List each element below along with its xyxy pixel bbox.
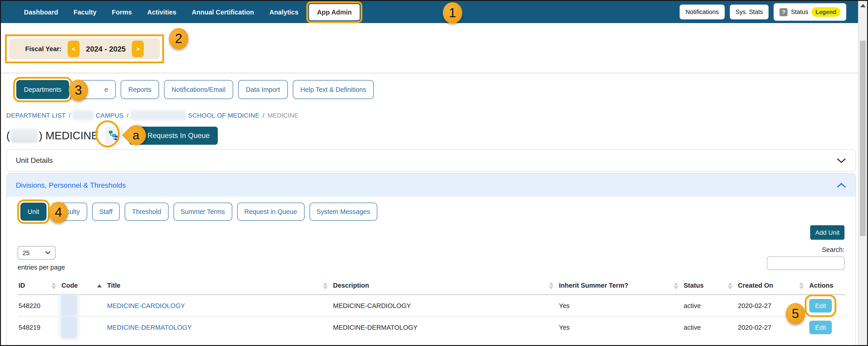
column-header-created-on[interactable]: Created On [737, 277, 808, 295]
scrollbar-thumb[interactable] [860, 41, 866, 236]
sort-icon[interactable] [728, 282, 733, 289]
table-row: 548220 MEDICINE-CARDIOLOGY MEDICINE-CARD… [18, 295, 845, 316]
nav-item-forms[interactable]: Forms [104, 8, 140, 16]
units-table: ID Code Title Description [18, 277, 845, 338]
org-tree-icon[interactable] [105, 127, 123, 145]
breadcrumb-separator: / [262, 112, 264, 119]
sort-icon[interactable] [674, 282, 678, 289]
org-tree-glyph [108, 130, 119, 141]
sort-icon[interactable] [799, 282, 804, 289]
redacted-campus-name [74, 111, 93, 119]
column-label: Inherit Summer Term? [559, 282, 628, 289]
page-size-select[interactable]: 25 [18, 246, 56, 260]
department-title-row: ( ) MEDICINE All Requests In Queue [6, 125, 218, 147]
tab-notifications-email[interactable]: Notifications/Email [164, 80, 234, 99]
breadcrumb: DEPARTMENT LIST / CAMPUS / SCHOOL OF MED… [6, 111, 299, 119]
add-unit-button[interactable]: Add Unit [810, 225, 844, 240]
nav-item-dashboard[interactable]: Dashboard [16, 8, 66, 16]
entries-per-page-label: entries per page [18, 264, 65, 271]
column-label: Status [684, 282, 704, 289]
legend-badge[interactable]: Legend [811, 7, 840, 17]
app-window: Dashboard Faculty Forms Activities Annua… [0, 0, 868, 346]
cell-description: MEDICINE-CARDIOLOGY [332, 295, 558, 316]
search-label: Search: [822, 246, 844, 253]
nav-item-activities[interactable]: Activities [140, 8, 184, 16]
cell-description: MEDICINE-DERMATOLOGY [332, 316, 558, 338]
subtab-system-messages[interactable]: System Messages [309, 203, 377, 221]
breadcrumb-school-of-medicine[interactable]: SCHOOL OF MEDICINE [188, 112, 259, 119]
status-button[interactable]: ? Status Legend [774, 3, 846, 21]
page-size-control: 25 entries per page [18, 246, 65, 271]
sort-icon[interactable] [52, 282, 56, 289]
chevron-up-icon [836, 182, 846, 188]
tab-help-text-definitions[interactable]: Help Text & Definitions [293, 80, 374, 99]
nav-item-app-admin[interactable]: App Admin [309, 4, 360, 20]
column-label: Description [333, 282, 369, 289]
subtab-unit[interactable]: Unit [20, 203, 46, 221]
search-control: Search: [767, 246, 844, 271]
annotation-box-fiscal-year: Fiscal Year: < 2024 - 2025 > [5, 34, 164, 63]
unit-title-link[interactable]: MEDICINE-DERMATOLOGY [107, 324, 192, 331]
tab-reports[interactable]: Reports [121, 80, 159, 99]
nav-item-analytics[interactable]: Analytics [261, 8, 306, 16]
tab-departments[interactable]: Departments [16, 80, 69, 99]
cell-inherit-summer-term: Yes [558, 295, 683, 316]
sort-icon[interactable] [549, 282, 554, 289]
cell-status: active [683, 316, 737, 338]
column-header-code[interactable]: Code [61, 277, 106, 295]
divisions-title: Divisions, Personnel & Thresholds [16, 181, 126, 189]
vertical-scrollbar[interactable] [858, 1, 867, 345]
column-header-id[interactable]: ID [18, 277, 61, 295]
page-size-value: 25 [23, 249, 30, 256]
subtab-summer-terms[interactable]: Summer Terms [173, 203, 232, 221]
nav-item-annual-certification[interactable]: Annual Certification [184, 8, 262, 16]
tab-data-import[interactable]: Data Import [238, 80, 288, 99]
fiscal-year-label: Fiscal Year: [25, 45, 62, 53]
fiscal-year-value: 2024 - 2025 [86, 45, 126, 53]
notifications-button[interactable]: Notifications [680, 4, 724, 20]
breadcrumb-department-list[interactable]: DEPARTMENT LIST [6, 112, 66, 119]
fiscal-year-next-button[interactable]: > [132, 41, 144, 57]
cell-actions: Edit [808, 316, 845, 338]
nav-item-faculty[interactable]: Faculty [66, 8, 104, 16]
table-header-row: ID Code Title Description [18, 277, 845, 295]
unit-title-link[interactable]: MEDICINE-CARDIOLOGY [107, 302, 185, 309]
edit-button[interactable]: Edit [809, 321, 832, 334]
fiscal-year-prev-button[interactable]: < [68, 41, 80, 57]
breadcrumb-campus[interactable]: CAMPUS [96, 112, 124, 119]
requests-in-queue-button[interactable]: All Requests In Queue [129, 127, 218, 145]
unit-details-title: Unit Details [16, 156, 53, 165]
sys-stats-button[interactable]: Sys. Stats [730, 4, 769, 20]
tab-partially-hidden[interactable]: e [74, 80, 116, 99]
cell-code [61, 316, 106, 338]
divisions-accordion[interactable]: Divisions, Personnel & Thresholds [7, 174, 855, 197]
search-input[interactable] [767, 256, 844, 270]
help-icon: ? [780, 8, 788, 16]
division-subtabs-row: Unit Faculty Staff Threshold Summer Term… [20, 203, 855, 221]
fiscal-year-section: Fiscal Year: < 2024 - 2025 > [1, 23, 860, 73]
column-header-title[interactable]: Title [106, 277, 332, 295]
column-label: Actions [809, 282, 833, 289]
breadcrumb-separator: / [69, 112, 71, 119]
redacted-code [61, 295, 77, 316]
unit-details-accordion[interactable]: Unit Details [6, 149, 856, 171]
column-header-inherit-summer-term[interactable]: Inherit Summer Term? [558, 277, 683, 295]
redacted-school-name [132, 111, 185, 119]
edit-button[interactable]: Edit [809, 299, 832, 312]
subtab-staff[interactable]: Staff [92, 203, 120, 221]
subtab-faculty[interactable]: Faculty [52, 203, 87, 221]
column-header-status[interactable]: Status [683, 277, 737, 295]
cell-created-on: 2020-02-27 [737, 295, 808, 316]
breadcrumb-current-medicine: MEDICINE [268, 112, 299, 119]
sort-asc-icon[interactable] [97, 284, 102, 287]
breadcrumb-separator: / [127, 112, 129, 119]
column-header-description[interactable]: Description [332, 277, 558, 295]
chevron-down-icon [45, 251, 51, 255]
subtab-request-in-queue[interactable]: Request in Queue [237, 203, 304, 221]
subtab-threshold[interactable]: Threshold [125, 203, 168, 221]
sort-icon[interactable] [323, 282, 328, 289]
navbar-right-group: Notifications Sys. Stats ? Status Legend [680, 3, 846, 21]
title-open-paren: ( [6, 129, 10, 142]
scrollbar-up-arrow-icon[interactable] [860, 4, 866, 7]
page-title: ( ) MEDICINE [6, 129, 98, 142]
